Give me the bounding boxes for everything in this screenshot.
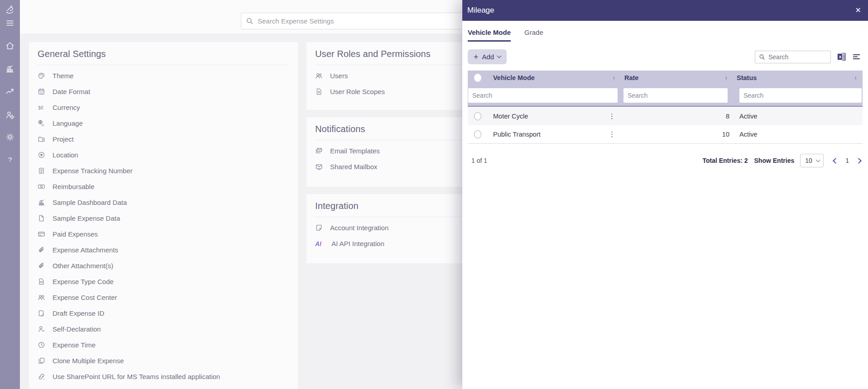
settings-item-label: Location [53,151,78,159]
document-icon [38,214,45,222]
search-icon [759,54,765,60]
trend-chart-icon[interactable] [5,86,15,96]
settings-item-location[interactable]: Location [29,147,298,163]
settings-item-other-attachments[interactable]: Other Attachment(s) [29,258,298,274]
settings-item-user-role-scopes[interactable]: User Role Scopes [307,84,470,100]
filter-vehicle-mode-input[interactable] [468,88,618,103]
user-settings-icon[interactable] [5,110,15,120]
dashboard-chart-icon[interactable] [5,64,15,74]
settings-item-theme[interactable]: Theme [29,68,298,84]
settings-item-label: Users [330,72,348,80]
table-row[interactable]: Moter Cycle ⋮ 8 Active [468,107,863,125]
table-row[interactable]: Public Transport ⋮ 10 Active [468,125,863,144]
home-icon[interactable] [5,41,15,51]
settings-item-expense-attachments[interactable]: Expense Attachments [29,242,298,258]
settings-item-label: Paid Expenses [53,230,98,238]
total-entries: Total Entries: 2 [702,157,748,164]
link-icon [38,373,45,380]
mileage-toolbar: + Add X [462,49,868,64]
settings-item-label: Email Templates [330,147,380,155]
tab-grade[interactable]: Grade [524,28,543,42]
settings-item-expense-tracking-number[interactable]: Expense Tracking Number [29,163,298,179]
settings-item-label: Expense Cost Center [53,294,117,301]
divider [315,140,462,140]
settings-item-label: Expense Time [53,341,96,349]
settings-item-expense-time[interactable]: Expense Time [29,337,298,353]
settings-item-email-templates[interactable]: Email Templates [307,143,470,159]
next-page-icon[interactable] [856,158,862,164]
ai-icon: AI [315,240,324,247]
table-footer: 1 of 1 Total Entries: 2 Show Entries 10 … [462,154,868,167]
close-icon[interactable]: ✕ [855,7,861,14]
settings-item-label: Sample Dashboard Data [53,199,127,206]
settings-item-ai-api-integration[interactable]: AIAI API Integration [307,236,470,251]
row-checkbox[interactable] [474,130,481,138]
table-header-row: Vehicle Mode↑ Rate↑ Status↑ [468,71,863,85]
settings-item-clone-multiple-expense[interactable]: Clone Multiple Expense [29,353,298,369]
bar-chart-icon [38,199,45,206]
settings-item-sample-expense-data[interactable]: Sample Expense Data [29,210,298,226]
general-settings-title: General Settings [38,49,289,59]
settings-item-sample-dashboard-data[interactable]: Sample Dashboard Data [29,194,298,210]
cell-rate: 8 [621,113,733,120]
excel-export-icon[interactable]: X [837,52,846,62]
table-search-input[interactable] [768,53,827,61]
notifications-card: Notifications Email Templates Shared Mai… [307,117,470,187]
chevron-down-icon [497,54,502,58]
settings-item-date-format[interactable]: 21Date Format [29,84,298,100]
tab-vehicle-mode[interactable]: Vehicle Mode [468,28,511,42]
settings-item-reimbursable[interactable]: Reimbursable [29,179,298,194]
divider [315,217,462,217]
settings-item-sharepoint-url[interactable]: Use SharePoint URL for MS Teams installe… [29,369,298,384]
divider [315,65,462,65]
settings-item-label: Reimbursable [53,183,95,190]
add-button[interactable]: + Add [468,49,507,64]
global-search-input[interactable] [258,17,489,25]
previous-page-icon[interactable] [833,158,839,164]
palette-icon [38,72,45,80]
users-icon [315,72,323,80]
settings-item-users[interactable]: Users [307,68,470,84]
settings-item-project[interactable]: Project [29,131,298,147]
settings-item-shared-mailbox[interactable]: Shared Mailbox [307,159,470,175]
select-all-checkbox[interactable] [474,74,481,82]
chevron-down-icon [816,158,820,162]
filter-status-input[interactable] [739,88,862,103]
integration-card: Integration Account Integration AIAI API… [307,194,470,263]
hamburger-menu-icon[interactable] [5,18,15,28]
table-search[interactable] [755,51,831,63]
list-view-icon[interactable] [852,52,861,61]
location-icon [38,151,45,159]
settings-gear-icon[interactable] [5,132,15,142]
settings-item-account-integration[interactable]: Account Integration [307,220,470,236]
user-roles-title: User Roles and Permissions [315,49,461,59]
settings-item-label: Use SharePoint URL for MS Teams installe… [53,373,220,380]
code-document-icon [38,278,45,285]
paperclip-icon [38,246,45,254]
svg-text:X: X [839,54,842,59]
row-menu-icon[interactable]: ⋮ [609,130,615,138]
settings-item-expense-type-code[interactable]: Expense Type Code [29,274,298,289]
cell-status: Active [733,131,863,138]
settings-item-label: Expense Attachments [53,246,118,254]
language-icon: A [38,119,45,127]
help-icon[interactable]: ? [5,154,15,164]
settings-item-paid-expenses[interactable]: Paid Expenses [29,226,298,242]
row-menu-icon[interactable]: ⋮ [609,112,615,120]
document-edit-icon [38,309,45,317]
sort-ascending-icon[interactable]: ↑ [854,75,858,81]
row-checkbox[interactable] [474,112,481,120]
settings-item-self-declaration[interactable]: Self-Declaration [29,321,298,337]
settings-item-draft-expense-id[interactable]: Draft Expense ID [29,305,298,321]
sort-ascending-icon[interactable]: ↑ [613,75,616,81]
cell-vehicle-mode: Public Transport [493,131,541,138]
settings-item-language[interactable]: ALanguage [29,115,298,131]
filter-rate-input[interactable] [623,88,728,103]
settings-item-currency[interactable]: $€Currency [29,100,298,115]
global-search[interactable] [241,13,494,29]
search-icon [246,17,254,25]
sort-ascending-icon[interactable]: ↑ [725,75,728,81]
copy-icon [38,357,45,365]
page-size-select[interactable]: 10 [800,154,824,167]
settings-item-expense-cost-center[interactable]: Expense Cost Center [29,289,298,305]
